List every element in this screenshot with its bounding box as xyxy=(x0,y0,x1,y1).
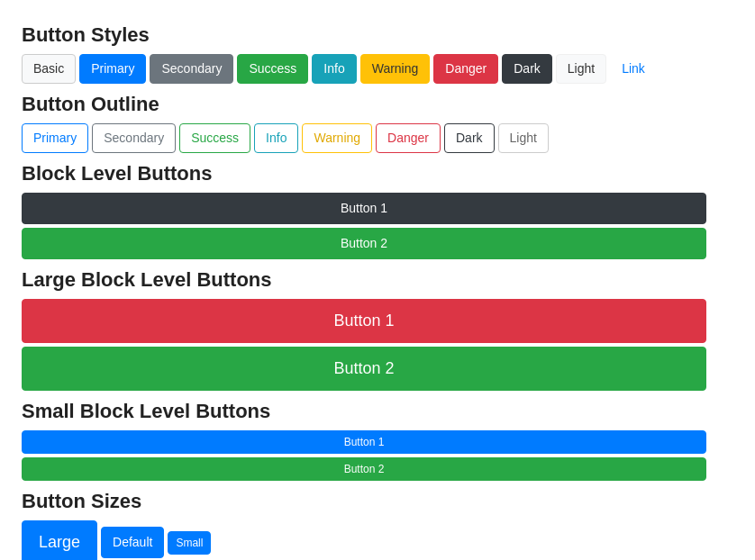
btn-dark[interactable]: Dark xyxy=(502,54,552,84)
btn-outline-primary[interactable]: Primary xyxy=(22,123,88,153)
btn-success[interactable]: Success xyxy=(237,54,308,84)
btn-outline-info[interactable]: Info xyxy=(254,123,298,153)
btn-light[interactable]: Light xyxy=(556,54,606,84)
block-btn-2[interactable]: Button 2 xyxy=(22,228,706,259)
btn-outline-success[interactable]: Success xyxy=(179,123,250,153)
large-block-title: Large Block Level Buttons xyxy=(22,268,733,292)
button-outline-row: Primary Secondary Success Info Warning D… xyxy=(22,123,733,153)
btn-primary[interactable]: Primary xyxy=(79,54,146,84)
btn-info[interactable]: Info xyxy=(312,54,356,84)
block-btn-1[interactable]: Button 1 xyxy=(22,193,706,224)
small-block-title: Small Block Level Buttons xyxy=(22,400,733,423)
large-block-section: Large Block Level Buttons Button 1 Butto… xyxy=(22,268,733,391)
btn-basic[interactable]: Basic xyxy=(22,54,76,84)
btn-secondary[interactable]: Secondary xyxy=(150,54,233,84)
large-block-btn-2[interactable]: Button 2 xyxy=(22,347,706,391)
btn-link[interactable]: Link xyxy=(610,54,657,84)
small-block-btn-2[interactable]: Button 2 xyxy=(22,457,706,481)
button-styles-title: Button Styles xyxy=(22,23,733,47)
btn-outline-light[interactable]: Light xyxy=(498,123,549,153)
block-level-section: Block Level Buttons Button 1 Button 2 xyxy=(22,162,733,259)
button-styles-row: Basic Primary Secondary Success Info War… xyxy=(22,54,733,84)
large-block-btn-1[interactable]: Button 1 xyxy=(22,299,706,343)
btn-large[interactable]: Large xyxy=(22,520,97,560)
btn-small[interactable]: Small xyxy=(168,531,211,555)
btn-outline-danger[interactable]: Danger xyxy=(376,123,441,153)
button-outline-title: Button Outline xyxy=(22,93,733,116)
button-styles-section: Button Styles Basic Primary Secondary Su… xyxy=(22,23,733,84)
small-block-container: Button 1 Button 2 xyxy=(22,430,706,481)
btn-default[interactable]: Default xyxy=(101,527,164,558)
btn-warning[interactable]: Warning xyxy=(360,54,431,84)
btn-danger[interactable]: Danger xyxy=(433,54,498,84)
btn-outline-dark[interactable]: Dark xyxy=(444,123,495,153)
block-level-title: Block Level Buttons xyxy=(22,162,733,185)
btn-outline-warning[interactable]: Warning xyxy=(302,123,372,153)
button-outline-section: Button Outline Primary Secondary Success… xyxy=(22,93,733,153)
button-sizes-section: Button Sizes Large Default Small xyxy=(22,490,733,560)
button-sizes-row: Large Default Small xyxy=(22,520,733,560)
small-block-section: Small Block Level Buttons Button 1 Butto… xyxy=(22,400,733,481)
small-block-btn-1[interactable]: Button 1 xyxy=(22,430,706,454)
btn-outline-secondary[interactable]: Secondary xyxy=(92,123,176,153)
button-sizes-title: Button Sizes xyxy=(22,490,733,513)
large-block-container: Button 1 Button 2 xyxy=(22,299,706,391)
block-level-container: Button 1 Button 2 xyxy=(22,193,706,259)
